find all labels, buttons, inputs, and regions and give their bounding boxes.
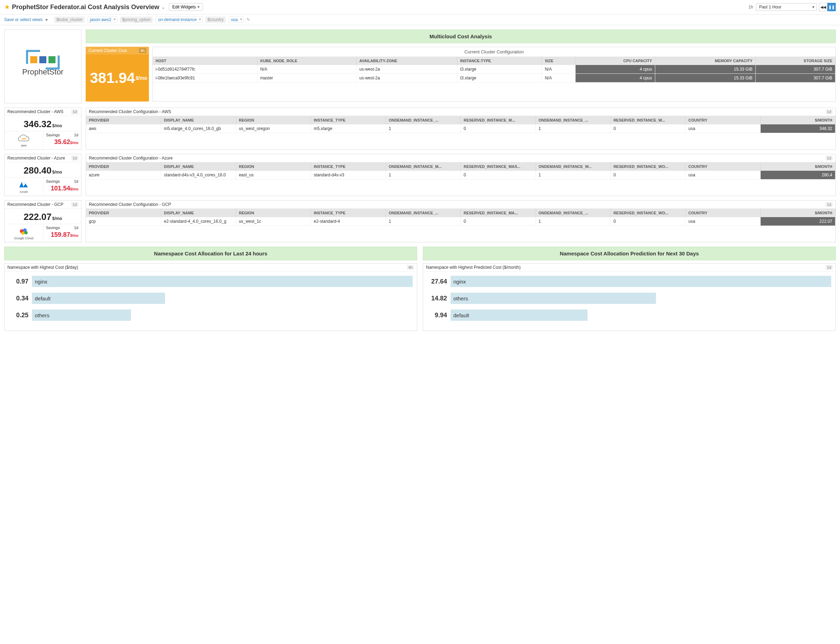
table-header[interactable]: STORAGE SIZE: [755, 57, 835, 65]
ns-right-title: Namespace with Highest Predicted Cost ($…: [426, 265, 520, 270]
table-header[interactable]: REGION: [236, 162, 311, 171]
table-header[interactable]: PROVIDER: [86, 116, 161, 124]
time-range-select[interactable]: Past 1 Hour: [756, 3, 817, 11]
aws-icon: awsaws: [5, 131, 43, 149]
table-row[interactable]: i-0d51d9142784f77fcN/Aus-west-2at3.xlarg…: [153, 65, 835, 74]
table-cell: master: [257, 74, 356, 82]
table-header[interactable]: RESERVED_INSTANCE_WO...: [610, 209, 685, 217]
savings-tf: 1d: [74, 225, 78, 230]
table-cell: 307.7 GiB: [755, 74, 835, 82]
table-cell: 4 cpus: [575, 65, 655, 74]
ns-bar: default: [32, 292, 165, 304]
views-chevron-icon[interactable]: ▾: [45, 17, 48, 23]
table-header[interactable]: $/MONTH: [760, 209, 835, 217]
table-row[interactable]: azurestandard-d4s-v3_4.0_cores_16.0east_…: [86, 171, 835, 179]
savings-label: Savings: [46, 225, 60, 230]
rec-aws-card[interactable]: Recommended Cluster - AWS1d346.32$/moaws…: [4, 107, 82, 150]
savings-label: Savings: [46, 133, 60, 137]
table-row[interactable]: i-08e1faeca93e9fc91masterus-west-2at3.xl…: [153, 74, 835, 82]
table-cell: 0: [610, 217, 685, 226]
table-header[interactable]: $/MONTH: [760, 116, 835, 124]
table-row[interactable]: awsm5.xlarge_4.0_cores_16.0_gbus_west_or…: [86, 124, 835, 133]
var-kube-cluster-value[interactable]: jason-aws2: [87, 16, 117, 23]
rewind-button[interactable]: ◀◀: [819, 3, 827, 11]
table-header[interactable]: RESERVED_INSTANCE_WO...: [610, 162, 685, 171]
table-header[interactable]: REGION: [236, 116, 311, 124]
ns-row[interactable]: 0.34default: [9, 292, 413, 304]
table-row[interactable]: gcpe2-standard-4_4.0_cores_16.0_gus_west…: [86, 217, 835, 226]
table-header[interactable]: DISPLAY_NAME: [161, 162, 236, 171]
ns-bar-wrap: others: [451, 292, 831, 304]
var-country-value[interactable]: usa: [229, 16, 244, 23]
rec-azure-card[interactable]: Recommended Cluster - Azure1d280.40$/moA…: [4, 154, 82, 196]
pencil-icon[interactable]: ✎: [246, 17, 250, 22]
table-header[interactable]: COUNTRY: [686, 209, 760, 217]
current-cost-card[interactable]: Current Cluster Cost4h 381.94$/mo: [86, 47, 149, 102]
table-header[interactable]: DISPLAY_NAME: [161, 116, 236, 124]
table-cell: 4 cpus: [575, 74, 655, 82]
save-views-link[interactable]: Save or select views: [4, 17, 43, 22]
table-header[interactable]: HOST: [153, 57, 257, 65]
table-header[interactable]: ONDEMAND_INSTANCE_...: [535, 116, 610, 124]
table-cell: t3.xlarge: [457, 74, 542, 82]
table-header[interactable]: COUNTRY: [686, 116, 760, 124]
table-header[interactable]: MEMORY CAPACITY: [655, 57, 755, 65]
gcp-icon: Google Cloud: [5, 224, 43, 242]
svg-point-4: [21, 232, 24, 235]
table-header[interactable]: RESERVED_INSTANCE_MA...: [461, 209, 535, 217]
star-icon[interactable]: ★: [4, 3, 10, 11]
current-cost-unit: $/mo: [136, 75, 147, 81]
table-cell: 0: [461, 217, 535, 226]
ns-right-col: Namespace Cost Allocation Prediction for…: [423, 246, 836, 331]
table-header[interactable]: SIZE: [542, 57, 575, 65]
var-pricing-label: $pricing_option: [120, 16, 153, 23]
table-header[interactable]: ONDEMAND_INSTANCE_W...: [535, 162, 610, 171]
ns-right-heading: Namespace Cost Allocation Prediction for…: [423, 246, 836, 260]
table-header[interactable]: ONDEMAND_INSTANCE_...: [386, 116, 460, 124]
table-header[interactable]: INSTANCE-TYPE: [457, 57, 542, 65]
table-header[interactable]: RESERVED_INSTANCE_W...: [610, 116, 685, 124]
ns-row[interactable]: 14.82others: [427, 292, 831, 304]
table-header[interactable]: ONDEMAND_INSTANCE_M...: [386, 162, 460, 171]
table-header[interactable]: AVAILABILITY-ZONE: [356, 57, 457, 65]
ns-row[interactable]: 27.64nginx: [427, 276, 831, 287]
table-cell: e2-standard-4_4.0_cores_16.0_g: [161, 217, 236, 226]
table-header[interactable]: CPU CAPACITY: [575, 57, 655, 65]
table-cell: azure: [86, 171, 161, 179]
table-cell: 222.07: [760, 217, 835, 226]
table-cell: i-08e1faeca93e9fc91: [153, 74, 257, 82]
table-header[interactable]: RESERVED_INSTANCE_MAS...: [461, 162, 535, 171]
var-country-label: $country: [205, 16, 226, 23]
table-header[interactable]: PROVIDER: [86, 209, 161, 217]
ns-right-tf: 1d: [825, 265, 833, 270]
table-header[interactable]: COUNTRY: [686, 162, 760, 171]
ns-row[interactable]: 9.94default: [427, 309, 831, 321]
table-header[interactable]: REGION: [236, 209, 311, 217]
table-cell: 15.33 GiB: [655, 74, 755, 82]
table-header[interactable]: RESERVED_INSTANCE_M...: [461, 116, 535, 124]
rec-gcp-config-card: Recommended Cluster Configuration - GCP1…: [86, 200, 836, 242]
table-header[interactable]: $/MONTH: [760, 162, 835, 171]
var-pricing-value[interactable]: on-demand-instance: [156, 16, 202, 23]
rec-gcp-card[interactable]: Recommended Cluster - GCP1d222.07$/moGoo…: [4, 200, 82, 242]
table-header[interactable]: ONDEMAND_INSTANCE_...: [386, 209, 460, 217]
table-header[interactable]: DISPLAY_NAME: [161, 209, 236, 217]
ns-row[interactable]: 0.97nginx: [9, 276, 413, 287]
table-header[interactable]: INSTANCE_TYPE: [311, 209, 386, 217]
ns-row[interactable]: 0.25others: [9, 309, 413, 321]
edit-widgets-button[interactable]: Edit Widgets+: [169, 3, 203, 11]
ns-value: 0.34: [9, 295, 28, 302]
table-header[interactable]: INSTANCE_TYPE: [311, 162, 386, 171]
savings-tf: 1d: [74, 133, 78, 137]
table-header[interactable]: ONDEMAND_INSTANCE_...: [535, 209, 610, 217]
table-header[interactable]: PROVIDER: [86, 162, 161, 171]
table-header[interactable]: KUBE_NODE_ROLE: [257, 57, 356, 65]
pause-button[interactable]: ❚❚: [827, 3, 836, 11]
table-header[interactable]: INSTANCE_TYPE: [311, 116, 386, 124]
table-cell: 346.32: [760, 124, 835, 133]
title-chevron-icon[interactable]: ⌄: [161, 4, 166, 10]
time-short: 1h: [748, 5, 753, 10]
ns-left-col: Namespace Cost Allocation for Last 24 ho…: [4, 246, 417, 331]
table-cell: 0: [610, 124, 685, 133]
main-grid: ProphetStor Multicloud Cost Analysis Cur…: [0, 25, 840, 246]
